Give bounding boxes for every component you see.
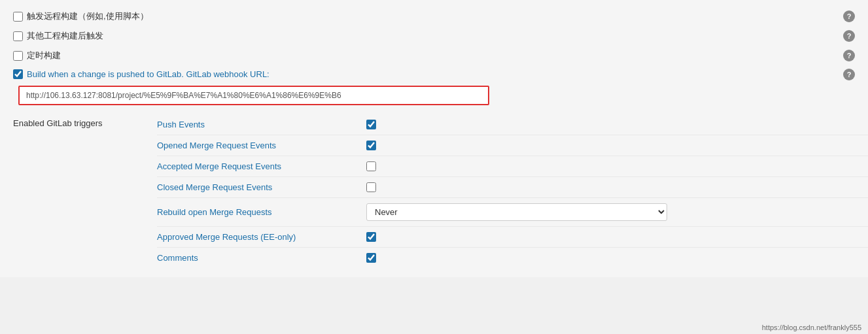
closed-merge-request-control	[366, 182, 376, 192]
scheduled-help-icon[interactable]: ?	[843, 50, 855, 61]
approved-merge-checkbox[interactable]	[366, 232, 376, 242]
accepted-merge-request-checkbox[interactable]	[366, 161, 376, 171]
remote-trigger-help-icon[interactable]: ?	[843, 10, 855, 22]
push-events-label: Push Events	[157, 120, 366, 129]
remote-trigger-checkbox[interactable]	[13, 12, 23, 22]
comments-checkbox[interactable]	[366, 253, 376, 263]
gitlab-push-checkbox[interactable]	[13, 69, 23, 79]
trigger-opened-merge-request: Opened Merge Request Events	[157, 135, 868, 156]
triggers-section-label: Enabled GitLab triggers	[13, 114, 157, 268]
gitlab-triggers-section: Enabled GitLab triggers Push Events Open…	[13, 112, 868, 271]
trigger-push-events: Push Events	[157, 114, 868, 135]
push-events-control	[366, 120, 376, 129]
scheduled-label: 定时构建	[27, 50, 61, 61]
closed-merge-request-label: Closed Merge Request Events	[157, 182, 366, 192]
rebuild-open-label: Rebuild open Merge Requests	[157, 207, 366, 217]
push-events-checkbox[interactable]	[366, 120, 376, 129]
option-other-project: 其他工程构建后触发 ?	[0, 26, 868, 46]
webhook-url-text: http://106.13.63.127:8081/project/%E5%9F…	[26, 91, 341, 100]
rebuild-open-select[interactable]: Never On push to source branch On push t…	[366, 203, 667, 221]
trigger-accepted-merge-request: Accepted Merge Request Events	[157, 156, 868, 177]
opened-merge-request-control	[366, 141, 376, 150]
triggers-list: Push Events Opened Merge Request Events …	[157, 114, 868, 268]
comments-label: Comments	[157, 253, 366, 263]
gitlab-push-help-icon[interactable]: ?	[843, 69, 855, 80]
trigger-approved-merge: Approved Merge Requests (EE-only)	[157, 227, 868, 248]
accepted-merge-request-label: Accepted Merge Request Events	[157, 161, 366, 171]
remote-trigger-label: 触发远程构建（例如,使用脚本）	[27, 10, 148, 22]
opened-merge-request-label: Opened Merge Request Events	[157, 141, 366, 150]
rebuild-open-control: Never On push to source branch On push t…	[366, 203, 667, 221]
trigger-comments: Comments	[157, 248, 868, 268]
accepted-merge-request-control	[366, 161, 376, 171]
other-project-label: 其他工程构建后触发	[27, 30, 103, 42]
footer-note: https://blog.csdn.net/frankly555	[762, 324, 861, 331]
comments-control	[366, 253, 376, 263]
trigger-closed-merge-request: Closed Merge Request Events	[157, 177, 868, 198]
other-project-checkbox[interactable]	[13, 31, 23, 41]
option-scheduled: 定时构建 ?	[0, 46, 868, 65]
main-container: 触发远程构建（例如,使用脚本） ? 其他工程构建后触发 ? 定时构建 ? Bui…	[0, 0, 868, 277]
opened-merge-request-checkbox[interactable]	[366, 141, 376, 150]
option-remote-trigger: 触发远程构建（例如,使用脚本） ?	[0, 7, 868, 26]
scheduled-checkbox[interactable]	[13, 51, 23, 61]
webhook-url-box: http://106.13.63.127:8081/project/%E5%9F…	[18, 86, 489, 105]
other-project-help-icon[interactable]: ?	[843, 30, 855, 42]
approved-merge-label: Approved Merge Requests (EE-only)	[157, 232, 366, 242]
approved-merge-control	[366, 232, 376, 242]
option-gitlab-push: Build when a change is pushed to GitLab.…	[0, 65, 868, 83]
closed-merge-request-checkbox[interactable]	[366, 182, 376, 192]
gitlab-push-label: Build when a change is pushed to GitLab.…	[27, 69, 269, 79]
trigger-rebuild-open: Rebuild open Merge Requests Never On pus…	[157, 198, 868, 227]
